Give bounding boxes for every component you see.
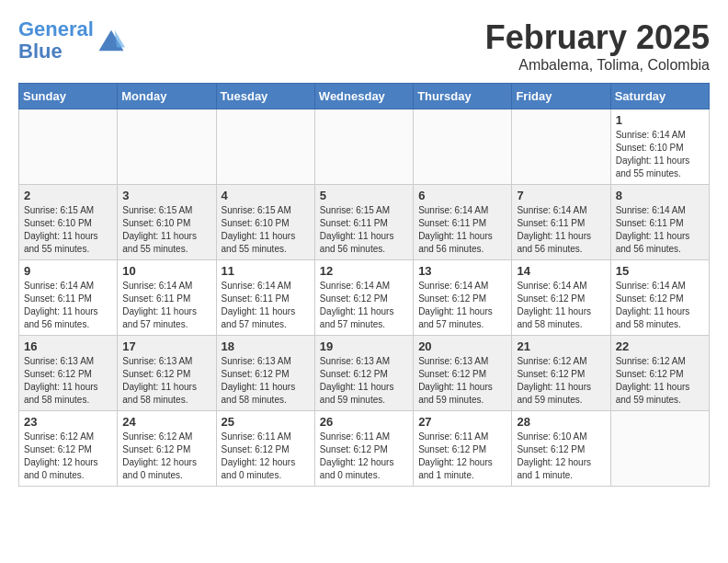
day-info: Sunrise: 6:14 AM Sunset: 6:11 PM Dayligh… xyxy=(418,204,506,256)
day-number: 19 xyxy=(320,339,408,353)
day-number: 8 xyxy=(616,189,704,202)
calendar-day: 20Sunrise: 6:13 AM Sunset: 6:12 PM Dayli… xyxy=(414,336,512,411)
calendar-day: 28Sunrise: 6:10 AM Sunset: 6:12 PM Dayli… xyxy=(512,411,610,487)
day-number: 25 xyxy=(222,415,310,429)
day-number: 27 xyxy=(418,415,506,429)
calendar-table: SundayMondayTuesdayWednesdayThursdayFrid… xyxy=(18,83,710,487)
day-info: Sunrise: 6:11 AM Sunset: 6:12 PM Dayligh… xyxy=(320,431,408,482)
day-number: 14 xyxy=(517,264,605,278)
day-number: 7 xyxy=(517,189,605,202)
page-header: GeneralBlue February 2025 Ambalema, Toli… xyxy=(18,18,710,74)
day-number: 18 xyxy=(222,339,310,353)
day-number: 20 xyxy=(418,339,506,353)
day-info: Sunrise: 6:15 AM Sunset: 6:11 PM Dayligh… xyxy=(320,204,408,256)
day-info: Sunrise: 6:14 AM Sunset: 6:12 PM Dayligh… xyxy=(517,280,605,331)
calendar-day: 19Sunrise: 6:13 AM Sunset: 6:12 PM Dayli… xyxy=(314,336,413,411)
location-title: Ambalema, Tolima, Colombia xyxy=(485,57,710,74)
calendar-day: 10Sunrise: 6:14 AM Sunset: 6:11 PM Dayli… xyxy=(118,260,216,336)
day-number: 21 xyxy=(517,339,605,353)
day-number: 5 xyxy=(320,189,408,202)
calendar-day: 2Sunrise: 6:15 AM Sunset: 6:10 PM Daylig… xyxy=(19,185,118,260)
month-title: February 2025 xyxy=(485,18,710,57)
calendar-day: 22Sunrise: 6:12 AM Sunset: 6:12 PM Dayli… xyxy=(610,336,709,411)
calendar-day: 9Sunrise: 6:14 AM Sunset: 6:11 PM Daylig… xyxy=(19,260,118,336)
day-info: Sunrise: 6:12 AM Sunset: 6:12 PM Dayligh… xyxy=(24,431,112,482)
calendar-week-row: 9Sunrise: 6:14 AM Sunset: 6:11 PM Daylig… xyxy=(19,260,710,336)
day-header-friday: Friday xyxy=(512,84,610,109)
day-info: Sunrise: 6:12 AM Sunset: 6:12 PM Dayligh… xyxy=(616,355,704,407)
calendar-day-empty xyxy=(414,109,512,185)
day-info: Sunrise: 6:11 AM Sunset: 6:12 PM Dayligh… xyxy=(222,431,310,482)
day-header-monday: Monday xyxy=(118,84,216,109)
day-info: Sunrise: 6:12 AM Sunset: 6:12 PM Dayligh… xyxy=(122,431,210,482)
calendar-day: 6Sunrise: 6:14 AM Sunset: 6:11 PM Daylig… xyxy=(414,185,512,260)
day-info: Sunrise: 6:13 AM Sunset: 6:12 PM Dayligh… xyxy=(222,355,310,407)
calendar-day: 11Sunrise: 6:14 AM Sunset: 6:11 PM Dayli… xyxy=(216,260,314,336)
day-number: 10 xyxy=(122,264,210,278)
calendar-day: 3Sunrise: 6:15 AM Sunset: 6:10 PM Daylig… xyxy=(118,185,216,260)
calendar-day-empty xyxy=(19,109,118,185)
day-info: Sunrise: 6:15 AM Sunset: 6:10 PM Dayligh… xyxy=(222,204,310,256)
day-header-thursday: Thursday xyxy=(414,84,512,109)
day-info: Sunrise: 6:12 AM Sunset: 6:12 PM Dayligh… xyxy=(517,355,605,407)
day-number: 6 xyxy=(418,189,506,202)
calendar-day-empty xyxy=(216,109,314,185)
calendar-day: 1Sunrise: 6:14 AM Sunset: 6:10 PM Daylig… xyxy=(610,109,709,185)
day-header-saturday: Saturday xyxy=(610,84,709,109)
day-info: Sunrise: 6:14 AM Sunset: 6:11 PM Dayligh… xyxy=(517,204,605,256)
calendar-day-empty xyxy=(610,411,709,487)
calendar-day: 25Sunrise: 6:11 AM Sunset: 6:12 PM Dayli… xyxy=(216,411,314,487)
day-info: Sunrise: 6:14 AM Sunset: 6:10 PM Dayligh… xyxy=(616,129,704,180)
calendar-day: 18Sunrise: 6:13 AM Sunset: 6:12 PM Dayli… xyxy=(216,336,314,411)
calendar-day: 4Sunrise: 6:15 AM Sunset: 6:10 PM Daylig… xyxy=(216,185,314,260)
day-number: 2 xyxy=(24,189,112,202)
calendar-week-row: 1Sunrise: 6:14 AM Sunset: 6:10 PM Daylig… xyxy=(19,109,710,185)
day-number: 12 xyxy=(320,264,408,278)
day-number: 15 xyxy=(616,264,704,278)
calendar-week-row: 23Sunrise: 6:12 AM Sunset: 6:12 PM Dayli… xyxy=(19,411,710,487)
day-number: 4 xyxy=(222,189,310,202)
logo-text: GeneralBlue xyxy=(18,18,94,63)
calendar-week-row: 16Sunrise: 6:13 AM Sunset: 6:12 PM Dayli… xyxy=(19,336,710,411)
day-number: 9 xyxy=(24,264,112,278)
day-header-sunday: Sunday xyxy=(19,84,118,109)
calendar-day: 17Sunrise: 6:13 AM Sunset: 6:12 PM Dayli… xyxy=(118,336,216,411)
logo-icon xyxy=(97,27,125,54)
day-header-tuesday: Tuesday xyxy=(216,84,314,109)
calendar-day: 21Sunrise: 6:12 AM Sunset: 6:12 PM Dayli… xyxy=(512,336,610,411)
calendar-header-row: SundayMondayTuesdayWednesdayThursdayFrid… xyxy=(19,84,710,109)
day-info: Sunrise: 6:14 AM Sunset: 6:11 PM Dayligh… xyxy=(24,280,112,331)
logo: GeneralBlue xyxy=(18,18,125,63)
calendar-day: 26Sunrise: 6:11 AM Sunset: 6:12 PM Dayli… xyxy=(314,411,413,487)
calendar-day: 14Sunrise: 6:14 AM Sunset: 6:12 PM Dayli… xyxy=(512,260,610,336)
day-number: 23 xyxy=(24,415,112,429)
title-area: February 2025 Ambalema, Tolima, Colombia xyxy=(485,18,710,74)
day-number: 11 xyxy=(222,264,310,278)
calendar-day: 13Sunrise: 6:14 AM Sunset: 6:12 PM Dayli… xyxy=(414,260,512,336)
calendar-day: 5Sunrise: 6:15 AM Sunset: 6:11 PM Daylig… xyxy=(314,185,413,260)
day-header-wednesday: Wednesday xyxy=(314,84,413,109)
day-number: 17 xyxy=(122,339,210,353)
day-number: 24 xyxy=(122,415,210,429)
calendar-day-empty xyxy=(118,109,216,185)
day-info: Sunrise: 6:14 AM Sunset: 6:12 PM Dayligh… xyxy=(418,280,506,331)
calendar-week-row: 2Sunrise: 6:15 AM Sunset: 6:10 PM Daylig… xyxy=(19,185,710,260)
day-info: Sunrise: 6:15 AM Sunset: 6:10 PM Dayligh… xyxy=(24,204,112,256)
day-info: Sunrise: 6:14 AM Sunset: 6:12 PM Dayligh… xyxy=(320,280,408,331)
calendar-day: 12Sunrise: 6:14 AM Sunset: 6:12 PM Dayli… xyxy=(314,260,413,336)
calendar-day: 15Sunrise: 6:14 AM Sunset: 6:12 PM Dayli… xyxy=(610,260,709,336)
calendar-day: 23Sunrise: 6:12 AM Sunset: 6:12 PM Dayli… xyxy=(19,411,118,487)
day-number: 1 xyxy=(616,113,704,127)
day-number: 13 xyxy=(418,264,506,278)
calendar-day: 16Sunrise: 6:13 AM Sunset: 6:12 PM Dayli… xyxy=(19,336,118,411)
calendar-day: 27Sunrise: 6:11 AM Sunset: 6:12 PM Dayli… xyxy=(414,411,512,487)
day-info: Sunrise: 6:14 AM Sunset: 6:11 PM Dayligh… xyxy=(616,204,704,256)
calendar-day: 24Sunrise: 6:12 AM Sunset: 6:12 PM Dayli… xyxy=(118,411,216,487)
day-number: 16 xyxy=(24,339,112,353)
day-info: Sunrise: 6:10 AM Sunset: 6:12 PM Dayligh… xyxy=(517,431,605,482)
calendar-day-empty xyxy=(314,109,413,185)
day-info: Sunrise: 6:13 AM Sunset: 6:12 PM Dayligh… xyxy=(24,355,112,407)
day-info: Sunrise: 6:14 AM Sunset: 6:11 PM Dayligh… xyxy=(222,280,310,331)
day-info: Sunrise: 6:13 AM Sunset: 6:12 PM Dayligh… xyxy=(418,355,506,407)
calendar-day-empty xyxy=(512,109,610,185)
